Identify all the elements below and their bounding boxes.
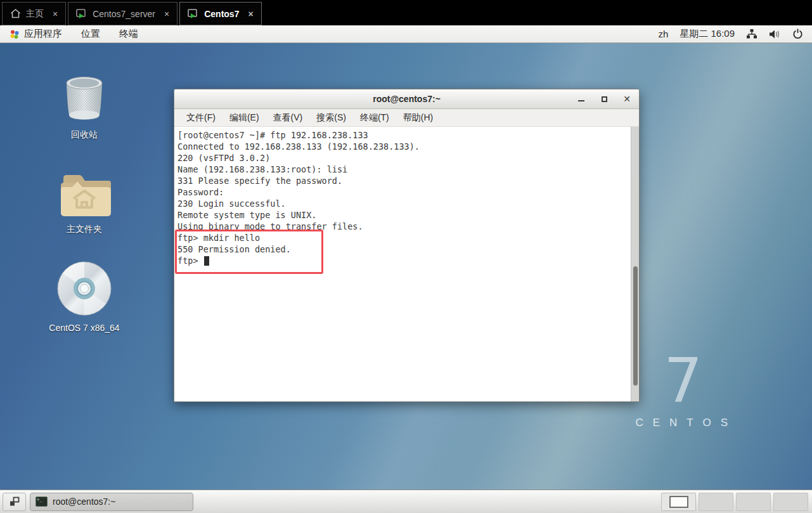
terminal-line: Password:	[177, 186, 629, 198]
minimize-icon	[578, 100, 584, 101]
tab-centos7-server[interactable]: Centos7_server ×	[68, 2, 177, 25]
clock[interactable]: 星期二 16:09	[680, 28, 735, 40]
session-tab-bar: 主页 × Centos7_server × Centos7 ×	[0, 0, 812, 25]
tab-label: Centos7_server	[93, 9, 155, 19]
terminal-menubar: 文件(F) 编辑(E) 查看(V) 搜索(S) 终端(T) 帮助(H)	[174, 109, 639, 127]
terminal-prompt: ftp>	[177, 255, 203, 266]
applications-menu[interactable]: 应用程序	[0, 25, 72, 42]
places-menu[interactable]: 位置	[72, 25, 110, 42]
terminal-output-highlighted: ftp> mkdir hello550 Permission denied.	[177, 232, 629, 255]
menu-label: 终端	[119, 28, 138, 40]
workspace-window-thumbnail	[669, 496, 688, 508]
home-folder-icon	[57, 172, 112, 219]
terminal-line: Name (192.168.238.133:root): lisi	[177, 164, 629, 175]
tab-label: Centos7	[204, 9, 239, 19]
terminal-menu-search[interactable]: 搜索(S)	[309, 109, 353, 126]
bottom-taskbar: >_ root@centos7:~	[0, 490, 812, 513]
maximize-button[interactable]	[600, 94, 609, 103]
terminal-menu-edit[interactable]: 编辑(E)	[222, 109, 266, 126]
power-icon[interactable]	[792, 29, 803, 39]
terminal-app-icon: >_	[35, 497, 48, 507]
maximize-icon	[602, 96, 607, 102]
taskbar-window-label: root@centos7:~	[53, 497, 115, 507]
terminal-line: Connected to 192.168.238.133 (192.168.23…	[177, 141, 629, 152]
watermark-brand: CENTOS	[629, 417, 737, 429]
scrollbar-thumb[interactable]	[633, 266, 638, 386]
terminal-line: 550 Permission denied.	[177, 244, 629, 255]
volume-icon[interactable]	[769, 29, 781, 39]
terminal-output: [root@centos7 ~]# ftp 192.168.238.133Con…	[177, 129, 629, 232]
terminal-line: 230 Login successful.	[177, 198, 629, 209]
close-icon[interactable]: ×	[248, 9, 253, 19]
applications-icon	[10, 29, 20, 39]
workspace-3[interactable]	[736, 493, 771, 511]
terminal-scrollbar[interactable]	[631, 127, 639, 401]
show-desktop-icon	[9, 497, 20, 507]
cd-icon	[55, 261, 113, 318]
terminal-menu-view[interactable]: 查看(V)	[266, 109, 310, 126]
terminal-line: Using binary mode to transfer files.	[177, 221, 629, 232]
terminal-titlebar[interactable]: root@centos7:~ ✕	[174, 89, 639, 109]
menu-label: 应用程序	[24, 28, 62, 40]
tab-centos7[interactable]: Centos7 ×	[179, 2, 261, 25]
icon-label: 主文件夹	[67, 224, 102, 235]
terminal-menu-help[interactable]: 帮助(H)	[396, 109, 440, 126]
tab-label: 主页	[26, 8, 44, 20]
centos-watermark: 7 CENTOS	[629, 353, 737, 429]
watermark-numeral: 7	[629, 353, 737, 408]
desktop-icon-trash[interactable]: 回收站	[40, 75, 129, 141]
minimize-button[interactable]	[577, 94, 586, 103]
workspace-switcher	[661, 493, 808, 511]
menu-label: 位置	[81, 28, 100, 40]
network-icon[interactable]	[746, 29, 757, 39]
workspace-1[interactable]	[661, 493, 696, 511]
terminal-window: root@centos7:~ ✕ 文件(F) 编辑(E) 查看(V) 搜索(S)…	[174, 89, 640, 402]
close-icon[interactable]: ×	[164, 9, 169, 19]
tab-home[interactable]: 主页 ×	[2, 2, 66, 25]
terminal-line: Remote system type is UNIX.	[177, 209, 629, 221]
show-desktop-button[interactable]	[3, 493, 26, 511]
terminal-menu-file[interactable]: 文件(F)	[179, 109, 222, 126]
vm-session-icon	[188, 9, 199, 19]
desktop-icon-centos-cd[interactable]: CentOS 7 x86_64	[40, 261, 129, 333]
gnome-top-panel: 应用程序 位置 终端 zh 星期二 16:09	[0, 25, 812, 43]
terminal-prompt-line: ftp>	[177, 255, 629, 266]
icon-label: CentOS 7 x86_64	[49, 323, 119, 333]
terminal-menu[interactable]: 终端	[110, 25, 148, 42]
close-icon: ✕	[623, 94, 631, 103]
terminal-line: 331 Please specify the password.	[177, 175, 629, 186]
icon-label: 回收站	[71, 129, 98, 141]
close-button[interactable]: ✕	[622, 94, 631, 103]
terminal-cursor	[204, 256, 209, 266]
terminal-line: ftp> mkdir hello	[177, 232, 629, 244]
terminal-menu-terminal[interactable]: 终端(T)	[353, 109, 396, 126]
close-icon[interactable]: ×	[53, 9, 58, 19]
input-language-indicator[interactable]: zh	[658, 29, 668, 39]
workspace-2[interactable]	[699, 493, 733, 511]
workspace-4[interactable]	[773, 493, 808, 511]
home-icon	[10, 9, 21, 18]
terminal-content[interactable]: [root@centos7 ~]# ftp 192.168.238.133Con…	[174, 127, 639, 401]
vm-session-icon	[76, 9, 87, 19]
centos7-vm-screen: { "session_tabs": { "tabs": [ { "label":…	[0, 0, 812, 513]
desktop-icon-home-folder[interactable]: 主文件夹	[40, 172, 129, 235]
taskbar-window-button[interactable]: >_ root@centos7:~	[30, 493, 193, 511]
terminal-line: [root@centos7 ~]# ftp 192.168.238.133	[177, 129, 629, 141]
terminal-title: root@centos7:~	[174, 94, 639, 104]
terminal-line: 220 (vsFTPd 3.0.2)	[177, 152, 629, 164]
trash-icon	[61, 75, 107, 124]
